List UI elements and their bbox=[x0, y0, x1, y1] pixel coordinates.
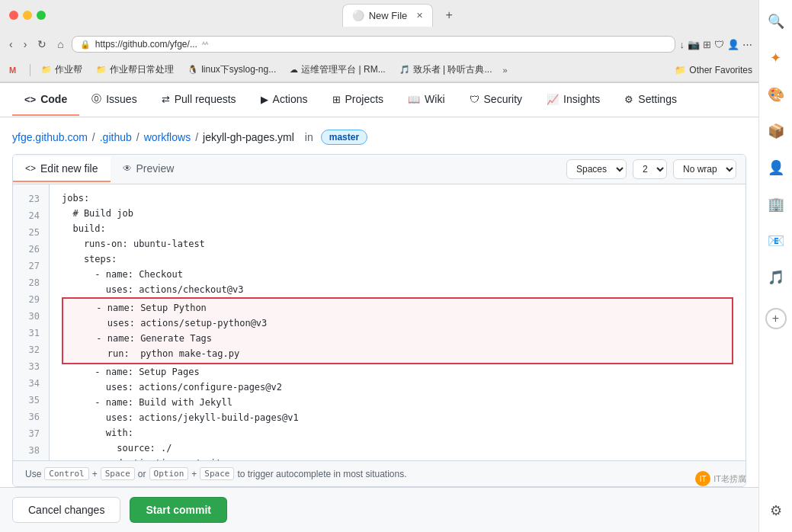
edit-tab-label: Edit new file bbox=[40, 162, 98, 175]
folder-icon-2: 📁 bbox=[96, 65, 107, 75]
address-extra: ᴬᴬ bbox=[202, 40, 208, 49]
sidebar-music-icon[interactable]: 🎵 bbox=[764, 265, 788, 290]
folder-icon-1: 📁 bbox=[41, 65, 52, 75]
code-line[interactable]: run: python make-tag.py bbox=[62, 346, 733, 364]
nav-projects[interactable]: ⊞ Projects bbox=[320, 84, 396, 116]
sidebar-office-icon[interactable]: 🏢 bbox=[764, 192, 788, 216]
nav-insights[interactable]: 📈 Insights bbox=[534, 84, 612, 116]
sidebar-paint-icon[interactable]: 🎨 bbox=[764, 82, 788, 107]
code-line[interactable]: jobs: bbox=[62, 191, 733, 206]
new-tab-button[interactable]: + bbox=[439, 5, 459, 25]
code-line[interactable]: uses: actions/jekyll-build-pages@v1 bbox=[62, 410, 733, 425]
bookmark-syslog[interactable]: 🐧 linux下syslog-ng... bbox=[184, 62, 279, 78]
bottom-bar: Cancel changes Start commit bbox=[0, 487, 758, 532]
close-dot[interactable] bbox=[9, 11, 18, 20]
breadcrumb-repo-link[interactable]: yfge.github.com bbox=[12, 131, 88, 143]
indent-select[interactable]: 2 bbox=[633, 159, 667, 179]
settings-icon: ⚙ bbox=[624, 94, 633, 105]
wrap-select[interactable]: No wrap bbox=[673, 159, 736, 179]
line-number: 36 bbox=[13, 409, 49, 425]
line-number: 29 bbox=[13, 291, 49, 308]
more-bookmarks-button[interactable]: » bbox=[502, 66, 507, 75]
start-commit-button[interactable]: Start commit bbox=[130, 497, 227, 523]
translate-button[interactable]: ⊞ bbox=[703, 39, 711, 50]
hint-plus2: + bbox=[191, 469, 197, 479]
spaces-select[interactable]: Spaces bbox=[566, 159, 627, 179]
breadcrumb-branch[interactable]: master bbox=[321, 130, 367, 145]
lock-icon: 🔒 bbox=[80, 40, 91, 50]
preview-tab[interactable]: 👁 Preview bbox=[111, 156, 187, 182]
nav-actions[interactable]: ▶ Actions bbox=[249, 84, 320, 116]
extensions-button[interactable]: ↓ bbox=[680, 39, 685, 50]
tab-close-button[interactable]: ✕ bbox=[416, 11, 423, 21]
nav-settings[interactable]: ⚙ Settings bbox=[612, 84, 689, 116]
forward-button[interactable]: › bbox=[21, 37, 30, 52]
more-button[interactable]: ⋯ bbox=[742, 39, 752, 50]
code-line[interactable]: uses: actions/configure-pages@v2 bbox=[62, 380, 733, 395]
bookmark-gmail[interactable]: M bbox=[6, 64, 22, 76]
sidebar-star-icon[interactable]: ✦ bbox=[764, 46, 788, 70]
sidebar-search-icon[interactable]: 🔍 bbox=[764, 9, 788, 34]
watermark: IT IT老捞腐 bbox=[695, 471, 746, 486]
code-line[interactable]: uses: actions/checkout@v3 bbox=[62, 282, 733, 297]
sidebar-person-icon[interactable]: 👤 bbox=[764, 155, 788, 180]
active-browser-tab[interactable]: ⚪ New File ✕ bbox=[342, 4, 434, 27]
back-button[interactable]: ‹ bbox=[6, 37, 16, 52]
code-line[interactable]: # Build job bbox=[62, 206, 733, 221]
code-line[interactable]: runs-on: ubuntu-latest bbox=[62, 236, 733, 252]
nav-issues[interactable]: ⓪ Issues bbox=[79, 83, 149, 117]
nav-pullrequests[interactable]: ⇄ Pull requests bbox=[149, 84, 249, 116]
bookmark-folder-1[interactable]: 📁 作业帮 bbox=[38, 62, 85, 78]
code-line[interactable]: - name: Build with Jekyll bbox=[62, 395, 733, 410]
code-area[interactable]: 23242526272829303132333435363738394041 j… bbox=[13, 184, 746, 460]
refresh-button[interactable]: ↻ bbox=[34, 37, 50, 52]
sidebar-box-icon[interactable]: 📦 bbox=[764, 119, 788, 143]
bookmark-yunwei[interactable]: ☁ 运维管理平台 | RM... bbox=[287, 62, 388, 78]
code-line[interactable]: build: bbox=[62, 221, 733, 236]
line-numbers: 23242526272829303132333435363738394041 bbox=[13, 184, 50, 460]
bookmark-label-2: 作业帮日常处理 bbox=[110, 63, 174, 76]
sidebar-settings-icon[interactable]: ⚙ bbox=[764, 498, 788, 523]
code-content[interactable]: jobs: # Build job build: runs-on: ubuntu… bbox=[50, 184, 746, 460]
cancel-changes-button[interactable]: Cancel changes bbox=[12, 497, 120, 523]
home-button[interactable]: ⌂ bbox=[54, 37, 66, 52]
code-line[interactable]: uses: actions/setup-python@v3 bbox=[62, 316, 733, 331]
breadcrumb-folder2-link[interactable]: workflows bbox=[144, 131, 191, 143]
address-bar[interactable]: 🔒 https://github.com/yfge/... ᴬᴬ bbox=[72, 36, 675, 53]
nav-security-label: Security bbox=[484, 93, 523, 105]
minimize-dot[interactable] bbox=[23, 11, 32, 20]
nav-code[interactable]: <> Code bbox=[12, 84, 79, 116]
profile-button[interactable]: 👤 bbox=[727, 39, 739, 50]
bookmark-music[interactable]: 🎵 致乐者 | 聆听古典... bbox=[396, 62, 495, 78]
code-line[interactable]: with: bbox=[62, 425, 733, 441]
hint-use-text: Use bbox=[25, 469, 41, 479]
maximize-dot[interactable] bbox=[37, 11, 46, 20]
code-line[interactable]: source: ./ bbox=[62, 441, 733, 456]
breadcrumb-sep2: / bbox=[136, 131, 139, 143]
right-sidebar: 🔍 ✦ 🎨 📦 👤 🏢 📧 🎵 + ⚙ bbox=[758, 0, 792, 532]
bookmark-folder-2[interactable]: 📁 作业帮日常处理 bbox=[93, 62, 177, 78]
watermark-icon: IT bbox=[695, 471, 710, 486]
code-line[interactable]: - name: Setup Pages bbox=[62, 364, 733, 380]
bookmarks-bar: M 📁 作业帮 📁 作业帮日常处理 🐧 linux下syslog-ng... ☁… bbox=[0, 58, 758, 82]
editor-container: <> Edit new file 👁 Preview Spaces 2 bbox=[12, 154, 746, 487]
yunwei-icon: ☁ bbox=[290, 65, 298, 75]
line-number: 24 bbox=[13, 207, 49, 224]
address-bar-row: ‹ › ↻ ⌂ 🔒 https://github.com/yfge/... ᴬᴬ… bbox=[0, 30, 758, 58]
sidebar-add-button[interactable]: + bbox=[765, 308, 787, 329]
edit-tab[interactable]: <> Edit new file bbox=[13, 156, 111, 182]
code-line[interactable]: - name: Setup Python bbox=[62, 297, 733, 316]
adblock-button[interactable]: 🛡 bbox=[714, 39, 724, 50]
camera-button[interactable]: 📷 bbox=[688, 39, 700, 50]
projects-icon: ⊞ bbox=[332, 94, 341, 105]
code-line[interactable]: - name: Checkout bbox=[62, 267, 733, 282]
nav-projects-label: Projects bbox=[345, 93, 384, 105]
nav-wiki[interactable]: 📖 Wiki bbox=[396, 84, 457, 116]
nav-security[interactable]: 🛡 Security bbox=[457, 84, 535, 116]
code-line[interactable]: - name: Generate Tags bbox=[62, 331, 733, 346]
other-favorites[interactable]: 📁 Other Favorites bbox=[675, 65, 752, 75]
sidebar-email-icon[interactable]: 📧 bbox=[764, 229, 788, 253]
repo-nav: <> Code ⓪ Issues ⇄ Pull requests ▶ Actio… bbox=[0, 83, 758, 117]
code-line[interactable]: steps: bbox=[62, 252, 733, 267]
breadcrumb-folder1-link[interactable]: .github bbox=[100, 131, 132, 143]
